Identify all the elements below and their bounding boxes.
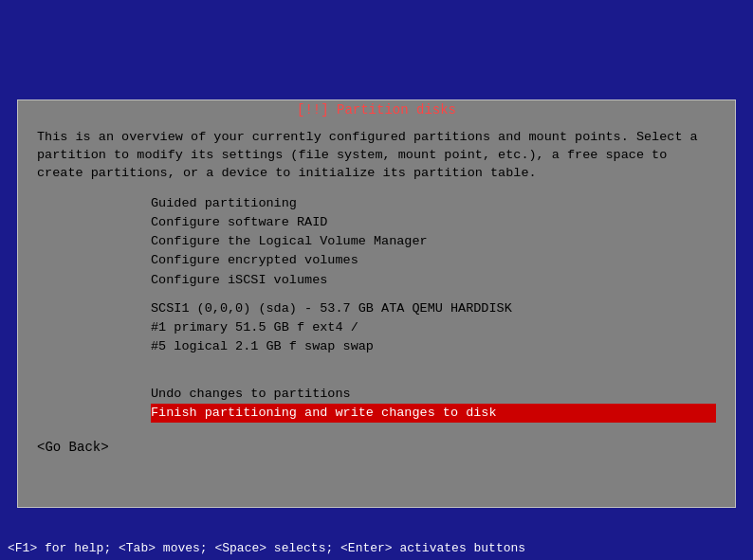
dialog-content: This is an overview of your currently co… [18, 119, 735, 432]
disk-section: SCSI1 (0,0,0) (sda) - 53.7 GB ATA QEMU H… [151, 299, 716, 357]
undo-section: Undo changes to partitions Finish partit… [151, 385, 716, 424]
go-back-button[interactable]: <Go Back> [37, 440, 109, 455]
status-text: <F1> for help; <Tab> moves; <Space> sele… [8, 541, 525, 555]
title-text: [!!] Partition disks [297, 102, 456, 117]
menu-item-guided[interactable]: Guided partitioning [151, 194, 716, 213]
menu-item-lvm[interactable]: Configure the Logical Volume Manager [151, 232, 716, 251]
top-background [0, 0, 753, 99]
disk-partition-5[interactable]: #5 logical 2.1 GB f swap swap [151, 337, 716, 356]
main-area: [!!] Partition disks This is an overview… [0, 0, 753, 560]
status-bar: <F1> for help; <Tab> moves; <Space> sele… [0, 536, 753, 560]
description-text: This is an overview of your currently co… [37, 130, 698, 180]
dialog-title: [!!] Partition disks [18, 100, 735, 119]
go-back-area: <Go Back> [18, 432, 735, 462]
disk-header: SCSI1 (0,0,0) (sda) - 53.7 GB ATA QEMU H… [151, 299, 716, 318]
disk-partition-1[interactable]: #1 primary 51.5 GB f ext4 / [151, 318, 716, 337]
dialog-container: [!!] Partition disks This is an overview… [17, 99, 736, 508]
finish-partitioning-item[interactable]: Finish partitioning and write changes to… [151, 404, 716, 423]
description: This is an overview of your currently co… [37, 129, 716, 183]
menu-item-iscsi[interactable]: Configure iSCSI volumes [151, 271, 716, 290]
menu-list: Guided partitioning Configure software R… [151, 194, 716, 290]
menu-item-encrypted[interactable]: Configure encrypted volumes [151, 251, 716, 270]
undo-item[interactable]: Undo changes to partitions [151, 385, 716, 404]
menu-item-raid[interactable]: Configure software RAID [151, 213, 716, 232]
